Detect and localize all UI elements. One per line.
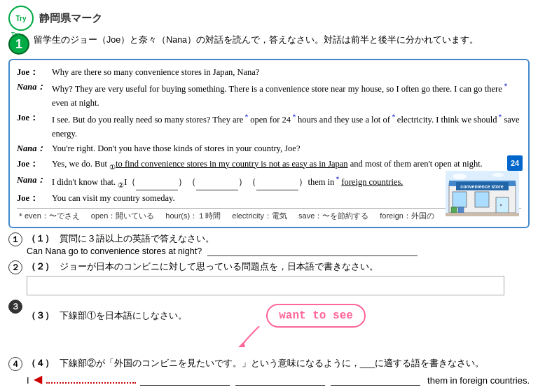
- q4-answer-row: I ◀ them in foreign countries.: [27, 372, 530, 386]
- q1-sub: Can Nana go to convenience stores at nig…: [27, 246, 530, 256]
- q-num-3: ３: [8, 300, 22, 314]
- dialogue-text-2: Why? They are very useful for buying som…: [52, 80, 521, 110]
- q-num-2: ２: [8, 260, 22, 274]
- q2-answer-box[interactable]: [27, 276, 504, 295]
- dialogue-line-2: Nana： Why? They are very useful for buyi…: [17, 80, 521, 110]
- q1-instruction: 質問に３語以上の英語で答えなさい。: [60, 233, 214, 244]
- underline-foreign: foreign countries.: [341, 177, 403, 187]
- q4-blank-1[interactable]: [140, 376, 230, 386]
- svg-point-13: [492, 173, 504, 177]
- footnote-foreign: foreign：外国の: [380, 211, 434, 221]
- want-to-see-bubble: want to see: [266, 304, 366, 328]
- speaker-nana-2: Nana：: [17, 142, 52, 155]
- footnote-save: save：〜を節約する: [298, 211, 368, 221]
- q3-content: （３） 下線部①を日本語にしなさい。 want to see: [27, 300, 530, 353]
- q4-label: （４）: [27, 358, 54, 368]
- dialogue-line-1: Joe： Why are there so many convenience s…: [17, 66, 521, 79]
- q4-end-text: them in foreign countries.: [427, 375, 530, 386]
- speaker-joe-3: Joe：: [17, 158, 52, 172]
- svg-rect-9: [451, 207, 457, 213]
- bubble-text: want to see: [279, 309, 353, 322]
- speaker-nana-3: Nana：: [17, 174, 52, 190]
- speaker-joe-4: Joe：: [17, 192, 52, 205]
- svg-point-12: [453, 174, 467, 179]
- q2-instruction: ジョーが日本のコンビニに対して思っている問題点を，日本語で書きなさい。: [60, 261, 378, 272]
- shizuoka-title: 静岡県マーク: [39, 12, 102, 25]
- bubble-arrow-svg: [238, 326, 280, 347]
- dotted-line: [46, 382, 136, 384]
- dialogue-box: Joe： Why are there so many convenience s…: [8, 59, 530, 228]
- instruction-text: 留学生のジョー（Joe）と奈々（Nana）の対話を読んで，答えなさい。対話は前半…: [34, 34, 478, 47]
- q1-answer-line[interactable]: [207, 246, 418, 256]
- svg-rect-7: [496, 197, 509, 213]
- try-label: Try: [15, 15, 26, 22]
- q-num-4: ４: [8, 357, 22, 371]
- q3-label: （３）: [27, 310, 54, 321]
- q4-instruction: 下線部②が「外国のコンビニを見たいです。」という意味になるように，___に適する…: [60, 358, 485, 368]
- footnote-elec: electricity：電気: [232, 211, 287, 221]
- speaker-nana-1: Nana：: [17, 80, 52, 110]
- subscript-2: ②: [118, 181, 124, 188]
- question-row-1: １ （１） 質問に３語以上の英語で答えなさい。 Can Nana go to c…: [8, 232, 530, 256]
- question-badge: Try 1: [8, 34, 29, 55]
- red-arrow-icon: ◀: [34, 372, 42, 386]
- dialogue-text-4: You're right. Don't you have those kinds…: [52, 142, 521, 155]
- footnote-even: ＊even：〜でさえ: [17, 211, 80, 221]
- asterisk-hours: ＊: [291, 113, 298, 120]
- blank-1[interactable]: [136, 179, 178, 190]
- questions-section: １ （１） 質問に３語以上の英語で答えなさい。 Can Nana go to c…: [8, 232, 530, 386]
- question-row-2: ２ （２） ジョーが日本のコンビニに対して思っている問題点を，日本語で書きなさい…: [8, 260, 530, 295]
- question-number: 1: [15, 37, 22, 52]
- asterisk-foreign: ＊: [334, 175, 341, 183]
- q4-content: （４） 下線部②が「外国のコンビニを見たいです。」という意味になるように，___…: [27, 357, 530, 386]
- store-badge: 24: [507, 155, 523, 171]
- dialogue-line-3: Joe： I see. But do you really need so ma…: [17, 111, 521, 141]
- underline-1: to find convenience stores in my country…: [116, 159, 348, 169]
- svg-rect-6: [475, 192, 489, 207]
- dialogue-text-3: I see. But do you really need so many st…: [52, 111, 521, 141]
- q1-content: （１） 質問に３語以上の英語で答えなさい。 Can Nana go to con…: [27, 232, 530, 256]
- q1-label: （１）: [27, 233, 54, 244]
- asterisk-open: ＊: [243, 113, 250, 120]
- q4-blank-2[interactable]: [235, 376, 325, 386]
- blank-3[interactable]: [256, 179, 298, 190]
- shizuoka-mark: Try: [8, 6, 34, 31]
- store-svg: convenience store: [446, 171, 519, 216]
- svg-rect-11: [446, 213, 519, 216]
- main-page: Try 静岡県マーク Try 1 留学生のジョー（Joe）と奈々（Nana）の対…: [0, 0, 538, 392]
- asterisk-save: ＊: [497, 113, 504, 120]
- q4-i: I: [27, 375, 29, 386]
- dialogue-text-1: Why are there so many convenience stores…: [52, 66, 521, 79]
- blank-2[interactable]: [196, 179, 238, 190]
- q2-label: （２）: [27, 261, 54, 272]
- subscript-1: ①: [109, 162, 116, 170]
- store-image-area: 24 convenience store: [446, 161, 523, 210]
- try-badge-label: Try: [11, 31, 20, 37]
- speaker-joe-2: Joe：: [17, 111, 52, 141]
- main-instruction-row: Try 1 留学生のジョー（Joe）と奈々（Nana）の対話を読んで，答えなさい…: [8, 34, 530, 55]
- asterisk-elec: ＊: [390, 113, 397, 120]
- q4-blank-3[interactable]: [331, 376, 420, 386]
- q3-instruction: 下線部①を日本語にしなさい。: [60, 310, 187, 321]
- header: Try 静岡県マーク: [8, 6, 530, 31]
- svg-rect-10: [458, 207, 464, 213]
- q2-content: （２） ジョーが日本のコンビニに対して思っている問題点を，日本語で書きなさい。: [27, 260, 530, 295]
- asterisk-even: ＊: [502, 82, 509, 90]
- bubble-container: want to see: [224, 301, 366, 328]
- q-num-1: １: [8, 232, 22, 246]
- svg-text:convenience store: convenience store: [460, 184, 504, 189]
- question-row-4: ４ （４） 下線部②が「外国のコンビニを見たいです。」という意味になるように，_…: [8, 357, 530, 386]
- question-row-3: ３ （３） 下線部①を日本語にしなさい。 want to see: [8, 300, 530, 353]
- footnote-hours: hour(s)：１時間: [165, 211, 221, 221]
- dialogue-line-4: Nana： You're right. Don't you have those…: [17, 142, 521, 155]
- svg-point-8: [500, 204, 502, 206]
- footnote-open: open：開いている: [91, 211, 154, 221]
- svg-rect-5: [453, 192, 467, 207]
- speaker-joe-1: Joe：: [17, 66, 52, 79]
